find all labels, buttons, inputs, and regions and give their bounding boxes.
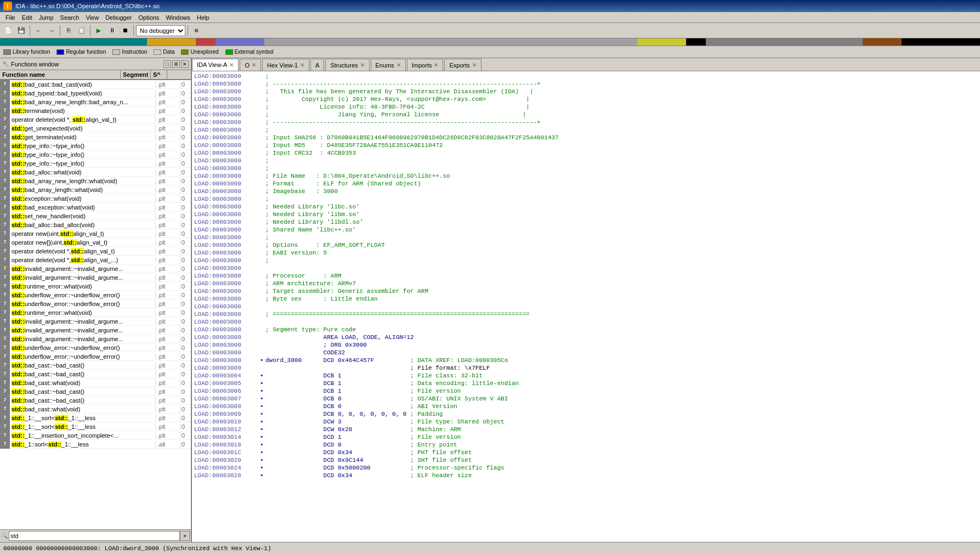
code-bullet (260, 287, 265, 295)
func-row[interactable]: 7std::type_info::~type_info().plt0 (0, 142, 191, 150)
tab-close-button[interactable]: ✕ (472, 62, 477, 68)
menu-item-edit[interactable]: Edit (19, 14, 36, 21)
run-button[interactable]: ▶ (93, 25, 105, 37)
forward-button[interactable]: → (46, 25, 58, 37)
paste-button[interactable]: 📋 (76, 25, 88, 37)
tab-close-button[interactable]: ✕ (396, 62, 401, 68)
pause-button[interactable]: ⏸ (106, 25, 118, 37)
func-row[interactable]: 7std::bad_cast::~bad_cast().plt0 (0, 361, 191, 370)
code-content: ; Needed Library 'libm.so' (265, 211, 978, 218)
code-bullet (260, 149, 265, 157)
func-row[interactable]: 7std::invalid_argument::~invalid_argume.… (0, 264, 191, 273)
func-row[interactable]: 7std::bad_cast::what(void).plt0 (0, 405, 191, 414)
menu-item-help[interactable]: Help (194, 14, 213, 21)
tab-structures[interactable]: Structures✕ (325, 59, 369, 71)
func-row[interactable]: 7std::invalid_argument::~invalid_argume.… (0, 273, 191, 282)
func-row[interactable]: 7operator delete(void *,std::align_val_t… (0, 247, 191, 256)
code-addr: LOAD:00003000 (194, 149, 260, 157)
save-button[interactable]: 💾 (15, 25, 27, 37)
menu-item-view[interactable]: View (82, 14, 102, 21)
tab-close-button[interactable]: ✕ (300, 62, 304, 68)
tab-close-button[interactable]: ✕ (252, 62, 256, 68)
col-function-name[interactable]: Function name (0, 70, 121, 79)
func-row[interactable]: 7std::get_terminate(void).plt0 (0, 133, 191, 142)
code-line: LOAD:00003000 ; Needed Library 'libm.so' (194, 211, 978, 218)
func-row[interactable]: 7std::bad_array_new_length::bad_array_n.… (0, 98, 191, 106)
menu-item-file[interactable]: File (2, 14, 19, 21)
col-segment[interactable]: Segment (121, 70, 151, 79)
func-segment: .plt (155, 90, 180, 97)
func-row[interactable]: 7std::invalid_argument::~invalid_argume.… (0, 335, 191, 343)
func-row[interactable]: 7std::bad_cast::bad_cast(void).plt0 (0, 80, 191, 89)
func-row[interactable]: 7std::invalid_argument::~invalid_argume.… (0, 317, 191, 326)
func-row[interactable]: 7std::bad_alloc::what(void).plt0 (0, 168, 191, 177)
func-row[interactable]: 7std::terminate(void).plt0 (0, 106, 191, 115)
func-row[interactable]: 7std::underflow_error::~underflow_error(… (0, 343, 191, 352)
tab-exports[interactable]: Exports✕ (444, 59, 481, 71)
func-row[interactable]: 7std::bad_typeid::bad_typeid(void).plt0 (0, 89, 191, 98)
func-s: 0 (180, 353, 191, 360)
func-row[interactable]: 7std::underflow_error::~underflow_error(… (0, 291, 191, 299)
func-s: 0 (180, 116, 191, 123)
code-content: DCD 1 ; File version (265, 433, 978, 441)
func-row[interactable]: 7std::underflow_error::~underflow_error(… (0, 352, 191, 361)
menu-item-debugger[interactable]: Debugger (102, 14, 135, 21)
func-row[interactable]: 7std::bad_cast::~bad_cast().plt0 (0, 396, 191, 405)
func-row[interactable]: 7std::_1::__insertion_sort_incomplete<..… (0, 431, 191, 440)
tab-hex-view-1[interactable]: Hex View-1✕ (262, 59, 309, 71)
stop-button[interactable]: ⏹ (119, 25, 131, 37)
tab-ida-view-a[interactable]: IDA View-A✕ (192, 59, 239, 71)
panel-close-button[interactable]: ✕ (181, 60, 189, 68)
back-button[interactable]: ← (32, 25, 44, 37)
tab-close-button[interactable]: ✕ (229, 62, 234, 68)
func-row[interactable]: 7operator delete(void *, std::align_val_… (0, 115, 191, 124)
func-row[interactable]: 7std::get_unexpected(void).plt0 (0, 124, 191, 133)
func-row[interactable]: 7std::underflow_error::~underflow_error(… (0, 299, 191, 308)
menu-item-jump[interactable]: Jump (36, 14, 57, 21)
func-row[interactable]: 7operator delete(void *,std::align_val_.… (0, 256, 191, 264)
menu-item-search[interactable]: Search (57, 14, 83, 21)
col-s[interactable]: S^ (151, 70, 167, 79)
new-button[interactable]: 📄 (2, 25, 14, 37)
func-row[interactable]: 7std::_1::__sort<std::_1::__less.plt0 (0, 422, 191, 431)
tab-a[interactable]: A (310, 59, 324, 71)
func-row[interactable]: 7std::invalid_argument::~invalid_argume.… (0, 326, 191, 335)
menu-item-options[interactable]: Options (135, 14, 162, 21)
tab-close-button[interactable]: ✕ (434, 62, 438, 68)
func-row[interactable]: 7std::type_info::~type_info().plt0 (0, 150, 191, 159)
func-row[interactable]: 7std::runtime_error::what(void).plt0 (0, 282, 191, 291)
func-row[interactable]: 7operator new(uint,std::align_val_t).plt… (0, 229, 191, 238)
func-row[interactable]: 7std::set_new_handler(void).plt0 (0, 212, 191, 221)
search-clear-button[interactable]: ✕ (180, 531, 190, 541)
code-content: ; ======================================… (265, 310, 978, 318)
func-row[interactable]: 7std::bad_cast::~bad_cast().plt0 (0, 387, 191, 396)
func-row[interactable]: 7std::bad_array_length::what(void).plt0 (0, 185, 191, 194)
tab-close-button[interactable]: ✕ (360, 62, 365, 68)
func-row[interactable]: 7std::_1::__sort<std::_1::__less.plt0 (0, 414, 191, 422)
func-row[interactable]: 7std::bad_array_new_length::what(void).p… (0, 177, 191, 185)
copy-button[interactable]: ⎘ (63, 25, 75, 37)
func-row[interactable]: 7std::bad_exception::what(void).plt0 (0, 203, 191, 212)
func-row[interactable]: 7operator new[](uint,std::align_val_t).p… (0, 238, 191, 247)
func-row[interactable]: 7std::bad_cast::what(void).plt0 (0, 378, 191, 387)
func-row[interactable]: 7std::bad_alloc::bad_alloc(void).plt0 (0, 221, 191, 229)
func-row[interactable]: 7std::bad_cast::~bad_cast().plt0 (0, 370, 191, 378)
tab-enums[interactable]: Enums✕ (371, 59, 406, 71)
func-row[interactable]: 7std::_1::sort<std::_1::__less.alt0 (0, 440, 191, 449)
func-row[interactable]: 7std::exception::what(void).plt0 (0, 194, 191, 203)
func-row[interactable]: 7std::type_info::~type_info().plt0 (0, 159, 191, 168)
func-search-input[interactable] (9, 531, 180, 541)
func-segment: .plt (155, 388, 180, 395)
panel-settings-button[interactable]: ⚙ (172, 60, 180, 68)
tab-imports[interactable]: Imports✕ (407, 59, 444, 71)
panel-float-button[interactable]: □ (163, 60, 171, 68)
debugger-select[interactable]: No debugger (136, 25, 185, 36)
tab-o[interactable]: O✕ (240, 59, 261, 71)
settings-button[interactable]: ⚙ (190, 25, 202, 37)
code-view[interactable]: LOAD:00003000 ;LOAD:00003000 ; ---------… (192, 71, 980, 542)
func-row[interactable]: 7std::runtime_error::what(void).plt0 (0, 308, 191, 317)
func-list[interactable]: 7std::bad_cast::bad_cast(void).plt07std:… (0, 80, 191, 529)
code-line: LOAD:00003012 • DCW 0x28 ; Machine: ARM (194, 426, 978, 433)
code-addr: LOAD:00003000 (194, 287, 260, 295)
menu-item-windows[interactable]: Windows (162, 14, 194, 21)
